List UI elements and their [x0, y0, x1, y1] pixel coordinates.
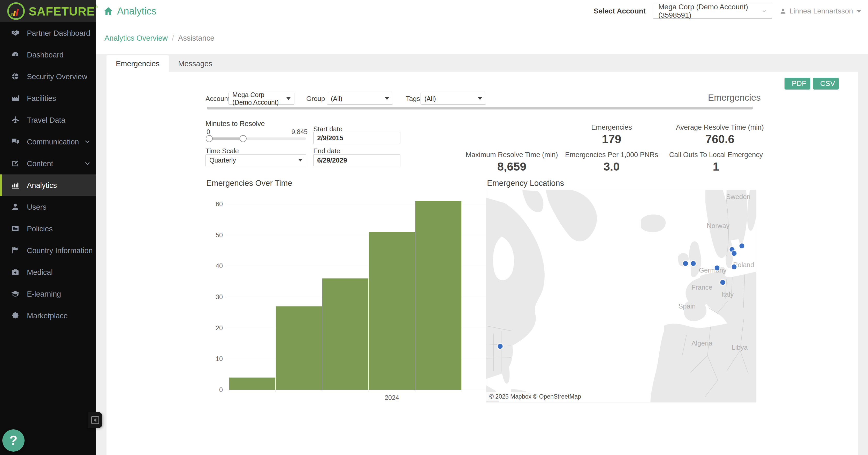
sidebar-item-communication[interactable]: Communication: [0, 131, 96, 153]
factory-icon: [11, 94, 20, 103]
breadcrumb-current: Assistance: [178, 34, 214, 42]
caret-down-icon: [857, 10, 861, 13]
globe-icon: [11, 72, 20, 81]
emergency-location-dot[interactable]: [714, 265, 719, 270]
chart-bar[interactable]: [415, 201, 462, 390]
emergency-location-dot[interactable]: [683, 261, 688, 266]
slider-min-value: 0: [207, 128, 210, 136]
caret-down-icon: [298, 159, 303, 162]
emergency-location-dot[interactable]: [732, 251, 737, 256]
pdf-download-button[interactable]: PDF: [784, 78, 810, 90]
tab-emergencies[interactable]: Emergencies: [106, 55, 169, 72]
slider-max-value: 9,845: [275, 128, 308, 136]
map-country-label: Libya: [732, 343, 748, 351]
user-icon: [780, 8, 786, 15]
y-axis-tick: 50: [204, 231, 223, 239]
section-title: Emergencies: [649, 92, 761, 103]
help-button[interactable]: ?: [2, 429, 25, 452]
user-icon: [11, 202, 20, 212]
sidebar-item-label: Travel Data: [27, 116, 65, 124]
stat-average-resolve-time: Average Resolve Time (min) 760.6: [655, 123, 784, 146]
breadcrumb-link-analytics-overview[interactable]: Analytics Overview: [104, 34, 168, 42]
emergency-locations-map[interactable]: © 2025 Mapbox © OpenStreetMap SwedenNorw…: [486, 190, 756, 402]
x-axis-tick: 2024: [376, 394, 407, 401]
tags-filter-select[interactable]: (All): [421, 93, 486, 105]
csv-download-button[interactable]: CSV: [813, 78, 839, 90]
sidebar-item-partner-dashboard[interactable]: Partner Dashboard: [0, 22, 96, 44]
emergency-location-dot[interactable]: [720, 280, 725, 285]
map-country-label: Norway: [707, 222, 730, 230]
caret-down-icon: [478, 97, 482, 100]
breadcrumb: Analytics Overview / Assistance: [96, 22, 868, 54]
emergency-location-dot[interactable]: [498, 344, 503, 349]
y-axis-tick: 0: [204, 386, 223, 394]
horizontal-scrollbar[interactable]: [207, 107, 753, 110]
chevron-down-icon: [762, 8, 767, 14]
map-country-label: Germany: [699, 266, 726, 274]
time-scale-select[interactable]: Quarterly: [206, 154, 306, 166]
y-axis-tick: 30: [204, 293, 223, 301]
map-attribution: © 2025 Mapbox © OpenStreetMap: [486, 392, 584, 401]
sidebar-item-label: Content: [27, 160, 53, 168]
tab-messages[interactable]: Messages: [169, 55, 221, 72]
map-title: Emergency Locations: [487, 178, 564, 188]
minutes-to-resolve-slider[interactable]: [207, 137, 306, 140]
emergency-location-dot[interactable]: [691, 261, 696, 266]
emergency-location-dot[interactable]: [732, 264, 737, 269]
tab-bar: Emergencies Messages: [106, 55, 221, 72]
sidebar-item-marketplace[interactable]: Marketplace: [0, 305, 96, 326]
safeture-logo[interactable]: SAFETURE®: [0, 0, 96, 22]
sidebar-item-travel-data[interactable]: Travel Data: [0, 109, 96, 131]
emergency-location-dot[interactable]: [739, 243, 744, 248]
slider-handle-max[interactable]: [240, 135, 247, 142]
end-date-input[interactable]: [313, 154, 400, 166]
home-icon: [103, 6, 113, 16]
sidebar-item-label: Marketplace: [27, 312, 68, 320]
caret-down-icon: [385, 97, 389, 100]
select-account-label: Select Account: [594, 7, 646, 15]
sidebar-item-security-overview[interactable]: Security Overview: [0, 66, 96, 87]
chart-bar[interactable]: [369, 232, 415, 390]
group-filter-select[interactable]: (All): [327, 93, 393, 105]
sidebar-item-label: Policies: [27, 225, 53, 233]
chart-bar[interactable]: [276, 306, 322, 390]
plane-icon: [11, 115, 20, 125]
chart-bar[interactable]: [229, 377, 276, 390]
sidebar-item-label: Security Overview: [27, 73, 87, 81]
safeture-logo-icon: [7, 2, 25, 20]
sidebar-item-label: Medical: [27, 268, 53, 277]
account-switcher-select[interactable]: Mega Corp (Demo Account) (3598591): [653, 4, 772, 19]
safeture-analytics-app: SAFETURE® Analytics Select Account Mega …: [0, 0, 868, 455]
start-date-input[interactable]: [313, 132, 400, 144]
emergencies-over-time-chart: Emergencies Over Time 01020304050602024: [204, 178, 492, 406]
sidebar-item-users[interactable]: Users: [0, 196, 96, 218]
minutes-to-resolve-label: Minutes to Resolve: [206, 120, 265, 128]
end-date-label: End date: [313, 147, 340, 155]
sidebar-menu: Partner DashboardDashboardSecurity Overv…: [0, 22, 96, 455]
chart-bar[interactable]: [322, 278, 369, 390]
sidebar-item-label: Analytics: [27, 181, 57, 190]
top-bar: SAFETURE® Analytics Select Account Mega …: [0, 0, 868, 22]
group-filter-label: Group: [306, 93, 325, 105]
slider-handle-min[interactable]: [206, 135, 213, 142]
sidebar-item-policies[interactable]: Policies: [0, 218, 96, 240]
sidebar-item-facilities[interactable]: Facilities: [0, 87, 96, 109]
user-menu[interactable]: Linnea Lennartsson: [780, 7, 861, 15]
sidebar-item-e-learning[interactable]: E-learning: [0, 283, 96, 305]
map-country-label: Poland: [733, 261, 754, 269]
sidebar-item-country-information[interactable]: Country Information: [0, 240, 96, 261]
sidebar-item-analytics[interactable]: Analytics: [0, 174, 96, 196]
emergencies-tab-panel: PDF CSV Account Mega Corp (Demo Account)…: [106, 72, 858, 455]
sidebar-item-label: Country Information: [27, 247, 93, 255]
time-scale-label: Time Scale: [206, 147, 239, 155]
sidebar-collapse-button[interactable]: [88, 412, 102, 428]
map-country-label: Spain: [679, 302, 696, 310]
sidebar-item-content[interactable]: Content: [0, 153, 96, 174]
sidebar-item-dashboard[interactable]: Dashboard: [0, 44, 96, 66]
account-filter-select[interactable]: Mega Corp (Demo Account): [228, 93, 294, 105]
medkit-icon: [11, 267, 20, 277]
sidebar-item-medical[interactable]: Medical: [0, 261, 96, 283]
edit-icon: [11, 159, 20, 168]
stat-call-outs-to-local-emergency: Call Outs To Local Emergency 1: [651, 151, 781, 173]
y-axis-tick: 20: [204, 324, 223, 332]
